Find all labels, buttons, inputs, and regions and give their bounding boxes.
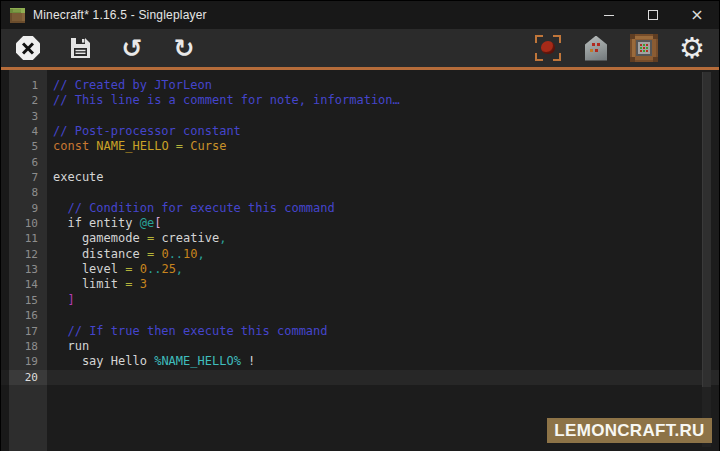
code-line[interactable]: 8 <box>1 185 719 200</box>
line-number: 14 <box>1 277 47 292</box>
code-line[interactable]: 6 <box>1 155 719 170</box>
code-text: // If true then execute this command <box>47 324 328 339</box>
code-line[interactable]: 3 <box>1 109 719 124</box>
code-text <box>47 370 53 385</box>
code-text <box>47 155 53 170</box>
code-line[interactable]: 13 level = 0..25, <box>1 262 719 277</box>
code-line[interactable]: 10 if entity @e[ <box>1 216 719 231</box>
line-number: 20 <box>1 370 47 385</box>
mob-house-button[interactable] <box>581 33 611 63</box>
line-number: 2 <box>1 93 47 108</box>
line-number: 19 <box>1 354 47 369</box>
minimize-icon <box>604 15 614 16</box>
app-window: Minecraft* 1.16.5 - Singleplayer × <box>0 0 720 451</box>
code-lines: 1// Created by JTorLeon2// This line is … <box>1 70 719 451</box>
window-controls: × <box>587 1 719 29</box>
code-text: gamemode = creative, <box>47 231 226 246</box>
code-editor[interactable]: 1// Created by JTorLeon2// This line is … <box>1 70 719 451</box>
watermark-text: LEMONCRAFT.RU <box>554 421 704 441</box>
line-number: 8 <box>1 185 47 200</box>
line-number: 6 <box>1 155 47 170</box>
line-number: 17 <box>1 324 47 339</box>
code-line[interactable]: 19 say Hello %NAME_HELLO% ! <box>1 354 719 369</box>
undo-icon: ↺ <box>122 36 143 61</box>
code-text: level = 0..25, <box>47 262 183 277</box>
line-number: 4 <box>1 124 47 139</box>
code-text <box>47 185 53 200</box>
code-line[interactable]: 12 distance = 0..10, <box>1 247 719 262</box>
code-line[interactable]: 4// Post-processor constant <box>1 124 719 139</box>
minecraft-grass-block-icon <box>10 8 25 23</box>
code-text: ] <box>47 293 75 308</box>
cancel-icon <box>16 36 40 60</box>
line-number: 15 <box>1 293 47 308</box>
window-title: Minecraft* 1.16.5 - Singleplayer <box>33 8 207 22</box>
code-line[interactable]: 9 // Condition for execute this command <box>1 201 719 216</box>
line-number: 10 <box>1 216 47 231</box>
line-number: 11 <box>1 231 47 246</box>
code-line[interactable]: 17 // If true then execute this command <box>1 324 719 339</box>
close-button[interactable]: × <box>675 1 719 29</box>
title-bar[interactable]: Minecraft* 1.16.5 - Singleplayer × <box>1 1 719 29</box>
line-number: 3 <box>1 109 47 124</box>
line-number: 9 <box>1 201 47 216</box>
code-text: say Hello %NAME_HELLO% ! <box>47 354 255 369</box>
line-number: 13 <box>1 262 47 277</box>
code-text <box>47 109 53 124</box>
code-text: run <box>47 339 89 354</box>
scrollbar-track[interactable] <box>702 72 711 447</box>
line-number: 5 <box>1 139 47 154</box>
redstone-dust-icon <box>535 35 561 61</box>
line-number: 16 <box>1 308 47 323</box>
code-text: // Created by JTorLeon <box>47 78 212 93</box>
save-icon <box>68 36 92 60</box>
scrollbar-thumb[interactable] <box>702 72 711 387</box>
code-text: // Post-processor constant <box>47 124 241 139</box>
toolbar: ↺ ↻ <box>1 29 719 67</box>
redo-button[interactable]: ↻ <box>169 33 199 63</box>
code-line[interactable]: 2// This line is a comment for note, inf… <box>1 93 719 108</box>
code-line[interactable]: 16 <box>1 308 719 323</box>
code-line[interactable]: 7execute <box>1 170 719 185</box>
code-text: if entity @e[ <box>47 216 161 231</box>
code-line[interactable]: 18 run <box>1 339 719 354</box>
cancel-button[interactable] <box>13 33 43 63</box>
code-text: const NAME_HELLO = Curse <box>47 139 226 154</box>
code-line[interactable]: 15 ] <box>1 293 719 308</box>
save-button[interactable] <box>65 33 95 63</box>
close-icon: × <box>690 7 703 23</box>
redstone-select-button[interactable] <box>533 33 563 63</box>
line-number: 7 <box>1 170 47 185</box>
mob-house-icon <box>585 36 607 61</box>
gear-icon: ⚙ <box>679 34 705 63</box>
code-line[interactable]: 14 limit = 3 <box>1 277 719 292</box>
code-text: // Condition for execute this command <box>47 201 335 216</box>
maximize-button[interactable] <box>631 1 675 29</box>
line-number: 18 <box>1 339 47 354</box>
code-text <box>47 308 53 323</box>
undo-button[interactable]: ↺ <box>117 33 147 63</box>
code-line[interactable]: 20 <box>1 370 719 385</box>
minimize-button[interactable] <box>587 1 631 29</box>
line-number: 1 <box>1 78 47 93</box>
toolbar-right-group: ⚙ <box>533 33 707 63</box>
command-block-button[interactable] <box>629 33 659 63</box>
code-text: limit = 3 <box>47 277 147 292</box>
watermark-badge: LEMONCRAFT.RU <box>547 418 712 443</box>
code-line[interactable]: 1// Created by JTorLeon <box>1 78 719 93</box>
code-line[interactable]: 11 gamemode = creative, <box>1 231 719 246</box>
code-text: // This line is a comment for note, info… <box>47 93 400 108</box>
command-block-icon <box>630 34 658 62</box>
code-text: execute <box>47 170 104 185</box>
redo-icon: ↻ <box>174 36 195 61</box>
code-text: distance = 0..10, <box>47 247 205 262</box>
settings-button[interactable]: ⚙ <box>677 33 707 63</box>
toolbar-left-group: ↺ ↻ <box>13 33 199 63</box>
code-line[interactable]: 5const NAME_HELLO = Curse <box>1 139 719 154</box>
maximize-icon <box>648 10 658 20</box>
line-number: 12 <box>1 247 47 262</box>
